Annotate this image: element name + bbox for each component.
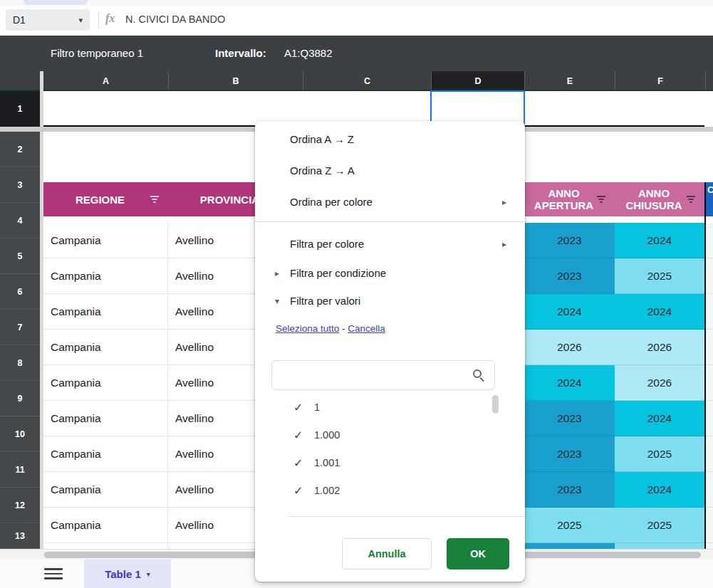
menu-item-sort-az[interactable]: Ordina A → Z [255, 124, 525, 155]
cell-anno-apertura[interactable]: 2024 [524, 294, 615, 330]
cell-anno-chiusura[interactable]: 2024 [615, 294, 704, 330]
cell-region[interactable]: Campania [43, 258, 168, 294]
cell-region[interactable]: Campania [43, 294, 168, 330]
clear-link[interactable]: Cancella [348, 323, 385, 334]
value-search-box[interactable] [271, 360, 495, 390]
column-header-a[interactable]: A [43, 71, 168, 91]
row-header[interactable]: 11 [0, 452, 40, 488]
cell-anno-chiusura[interactable]: 2025 [615, 508, 704, 543]
row-header[interactable]: 6 [0, 274, 40, 310]
cell-region[interactable]: Campania [43, 472, 168, 508]
column-header-c[interactable]: C [303, 71, 431, 91]
cell-region[interactable]: Campania [43, 401, 168, 436]
column-header-d[interactable]: D [431, 71, 524, 91]
cell-anno-chiusura[interactable]: 2026 [615, 330, 704, 365]
cell-anno-apertura[interactable]: 2024 [524, 365, 615, 401]
cell-anno-apertura[interactable]: 2023 [524, 258, 615, 294]
cell-anno-chiusura[interactable]: 2025 [615, 436, 704, 472]
ok-button[interactable]: OK [447, 538, 509, 569]
cell-g-sliver[interactable] [706, 258, 713, 294]
filter-view-name[interactable]: Filtro temporaneo 1 [51, 47, 143, 59]
range-value[interactable]: A1:Q3882 [284, 47, 333, 59]
cell-region[interactable]: Campania [43, 508, 168, 543]
cell-g-sliver[interactable] [706, 365, 713, 401]
header-cell-anno-chiusura[interactable]: ANNO CHIUSURA [615, 182, 704, 216]
row-header[interactable]: 13 [0, 523, 40, 549]
corner-box[interactable] [0, 71, 40, 91]
cell-anno-apertura[interactable]: 2023 [524, 472, 615, 508]
filter-icon[interactable] [686, 195, 696, 204]
cell-region[interactable]: Campania [43, 543, 168, 549]
cell-g-sliver[interactable] [706, 223, 713, 258]
collapse-arrow-icon: ▾ [275, 285, 279, 317]
name-box[interactable]: D1 ▾ [6, 9, 90, 31]
value-list-scrollbar-thumb[interactable] [492, 395, 499, 414]
select-all-link[interactable]: Seleziona tutto [276, 323, 339, 334]
row-header[interactable]: 8 [0, 345, 40, 381]
column-header-e[interactable]: E [524, 71, 615, 91]
cell-anno-apertura[interactable]: 2023 [524, 436, 615, 472]
name-box-dropdown-icon[interactable]: ▾ [78, 16, 83, 25]
row-header[interactable]: 4 [0, 203, 40, 238]
row-header[interactable]: 7 [0, 310, 40, 345]
value-item[interactable]: ✓ 1.000 [255, 421, 511, 449]
cell-anno-chiusura[interactable]: 2024 [615, 223, 704, 258]
cell-anno-chiusura[interactable]: 2026 [615, 365, 704, 401]
cell-g-sliver[interactable] [706, 401, 713, 436]
submenu-arrow-icon: ▸ [502, 187, 506, 218]
cell-anno-apertura[interactable]: 2025 [524, 508, 615, 543]
header-cell-g-sliver[interactable]: Ca [706, 182, 713, 216]
row-header[interactable]: 10 [0, 416, 40, 452]
cell-region[interactable]: Campania [43, 330, 168, 365]
cell-anno-apertura[interactable]: 2026 [524, 330, 615, 365]
menu-divider [255, 221, 525, 222]
column-header-f[interactable]: F [615, 71, 705, 91]
value-links: Seleziona tutto - Cancella [276, 323, 385, 334]
cell-region[interactable]: Campania [43, 436, 168, 472]
sheet-tab-table1[interactable]: Table 1 ▾ [84, 560, 171, 588]
filter-icon[interactable] [596, 195, 606, 204]
fx-icon: fx [105, 12, 115, 25]
formula-bar-content[interactable]: N. CIVICI DA BANDO [125, 14, 225, 25]
row-header-1[interactable]: 1 [0, 91, 40, 127]
cell-g-sliver[interactable] [706, 330, 713, 365]
menu-item-sort-za[interactable]: Ordina Z → A [255, 155, 525, 187]
cell-g-sliver[interactable] [706, 508, 713, 543]
column-header-strip: A B C D E F [0, 71, 713, 91]
column-header-b[interactable]: B [168, 71, 303, 91]
cell-g-sliver[interactable] [706, 472, 713, 508]
cell-anno-apertura[interactable]: 2023 [524, 401, 615, 436]
checkmark-icon: ✓ [293, 477, 303, 505]
row-header[interactable]: 12 [0, 488, 40, 523]
cancel-button[interactable]: Annulla [342, 538, 432, 569]
cell-g-sliver[interactable] [706, 294, 713, 330]
row-header[interactable]: 5 [0, 238, 40, 274]
column-header-g[interactable] [705, 71, 713, 91]
header-cell-anno-apertura[interactable]: ANNO APERTURA [524, 182, 615, 216]
cell-region[interactable]: Campania [43, 223, 168, 258]
cell-anno-chiusura[interactable]: 2024 [615, 472, 704, 508]
row-header[interactable]: 3 [0, 167, 40, 203]
value-search-input[interactable] [279, 365, 464, 385]
cell-region[interactable]: Campania [43, 365, 168, 401]
filter-icon[interactable] [150, 195, 160, 204]
value-item[interactable]: ✓ 1.001 [255, 449, 511, 477]
sheet-tab-dropdown-icon[interactable]: ▾ [147, 570, 150, 578]
header-cell-regione[interactable]: REGIONE [43, 182, 168, 216]
cell-anno-apertura[interactable]: 2023 [524, 223, 615, 258]
cell-anno-chiusura[interactable]: 2025 [615, 258, 704, 294]
menu-item-filter-by-color[interactable]: Filtra per colore ▸ [255, 229, 525, 260]
cell-anno-chiusura[interactable]: 2025 [615, 543, 704, 549]
value-item[interactable]: ✓ 1 [255, 394, 511, 421]
all-sheets-menu-icon[interactable] [44, 568, 63, 579]
value-item[interactable]: ✓ 1.002 [255, 477, 511, 505]
row-header[interactable]: 9 [0, 381, 40, 416]
cell-g-sliver[interactable] [706, 436, 713, 472]
menu-item-filter-by-values[interactable]: ▾ Filtra per valori [255, 285, 525, 317]
cell-anno-chiusura[interactable]: 2024 [615, 401, 704, 436]
menu-item-sort-by-color[interactable]: Ordina per colore ▸ [255, 187, 525, 218]
cell-anno-apertura[interactable]: 2023 [524, 543, 615, 549]
menu-item-filter-by-condition[interactable]: ▸ Filtra per condizione [255, 258, 525, 289]
row-header[interactable]: 2 [0, 132, 40, 167]
cell-g-sliver[interactable] [706, 543, 713, 549]
